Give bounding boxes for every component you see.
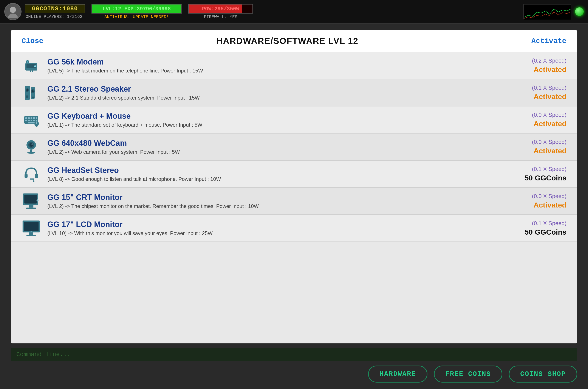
svg-point-47 — [37, 199, 39, 201]
item-description: (LVL 2) -> The chipest monitor on the ma… — [47, 203, 511, 209]
bottom-buttons: HARDWARE FREE COINS COINS SHOP — [11, 366, 577, 383]
svg-point-37 — [27, 152, 35, 154]
coins-shop-button[interactable]: COINS SHOP — [509, 366, 577, 383]
item-description: (LVL 2) -> Web camera for your system. P… — [47, 149, 511, 155]
svg-point-0 — [10, 7, 16, 13]
activate-button[interactable]: Activate — [531, 37, 566, 45]
item-status: Activated — [511, 65, 566, 74]
item-speed: (0.0 X Speed) — [511, 112, 566, 118]
svg-point-52 — [31, 231, 32, 232]
exp-label: LVL:12 EXP:39796/39998 — [103, 6, 171, 12]
keyboard-icon — [22, 111, 41, 128]
command-line-bar — [11, 348, 577, 361]
svg-rect-21 — [31, 117, 32, 119]
item-name: GG 640x480 WebCam — [47, 139, 511, 148]
svg-rect-27 — [33, 120, 35, 121]
svg-point-12 — [27, 89, 28, 91]
list-item[interactable]: GG 17" LCD Monitor(LVL 10) -> With this … — [11, 215, 577, 242]
speaker-icon — [22, 84, 41, 101]
svg-rect-20 — [28, 117, 30, 119]
svg-rect-49 — [24, 222, 38, 231]
svg-rect-45 — [29, 205, 34, 208]
svg-rect-10 — [25, 86, 30, 100]
item-speed: (0.0 X Speed) — [511, 193, 566, 199]
svg-rect-44 — [24, 195, 37, 204]
exp-bar-container: LVL:12 EXP:39796/39998 — [91, 4, 182, 14]
item-status: Activated — [511, 147, 566, 155]
item-status: Activated — [511, 201, 566, 209]
firewall-label: FIREWALL: YES — [188, 14, 253, 19]
antivirus-label: ANTIVIRUS: UPDATE NEEDED! — [91, 14, 182, 19]
item-name: GG 56k Modem — [47, 57, 511, 66]
item-speed: (0.1 X Speed) — [511, 85, 566, 91]
command-line-input[interactable] — [16, 351, 572, 358]
item-info: GG 640x480 WebCam(LVL 2) -> Web camera f… — [47, 139, 511, 155]
webcam-icon — [22, 138, 41, 156]
item-right: (0.0 X Speed)Activated — [511, 139, 566, 155]
svg-rect-2 — [524, 4, 571, 20]
svg-rect-26 — [31, 120, 32, 121]
item-description: (LVL 1) -> The standard set of keyboard … — [47, 122, 511, 128]
item-name: GG 15" CRT Monitor — [47, 193, 511, 202]
item-status[interactable]: 50 GGCoins — [511, 174, 566, 182]
hardware-button[interactable]: HARDWARE — [368, 366, 427, 383]
headset-icon — [22, 165, 41, 183]
hardware-software-panel: Close HARDWARE/SOFTWARE LVL 12 Activate … — [11, 30, 577, 343]
svg-rect-8 — [32, 69, 33, 72]
item-status: Activated — [511, 120, 566, 128]
item-status[interactable]: 50 GGCoins — [511, 228, 566, 236]
exp-section: LVL:12 EXP:39796/39998 ANTIVIRUS: UPDATE… — [91, 4, 182, 19]
item-right: (0.0 X Speed)Activated — [511, 193, 566, 209]
item-right: (0.1 X Speed)50 GGCoins — [511, 220, 566, 236]
list-item[interactable]: GG 2.1 Stereo Speaker(LVL 2) -> 2.1 Stan… — [11, 79, 577, 106]
monitor-lcd-icon — [22, 220, 41, 237]
svg-point-35 — [32, 143, 33, 145]
item-info: GG HeadSet Stereo(LVL 8) -> Good enough … — [47, 166, 511, 182]
item-speed: (0.0 X Speed) — [511, 139, 566, 145]
svg-rect-24 — [25, 120, 27, 121]
item-description: (LVL 10) -> With this monitor you will s… — [47, 230, 511, 236]
item-speed: (0.1 X Speed) — [511, 220, 566, 227]
modal-header: Close HARDWARE/SOFTWARE LVL 12 Activate — [11, 30, 577, 52]
list-item[interactable]: GG 15" CRT Monitor(LVL 2) -> The chipest… — [11, 188, 577, 215]
svg-rect-17 — [32, 97, 34, 98]
item-right: (0.1 X Speed)50 GGCoins — [511, 166, 566, 182]
svg-rect-23 — [36, 117, 37, 119]
top-info: GGCOINS:1080 ONLINE PLAYERS: 1/2162 — [25, 4, 85, 19]
item-info: GG 15" CRT Monitor(LVL 2) -> The chipest… — [47, 193, 511, 209]
svg-rect-39 — [35, 173, 38, 178]
item-description: (LVL 8) -> Good enough to listen and tal… — [47, 176, 511, 182]
svg-rect-13 — [26, 96, 28, 98]
svg-rect-19 — [25, 117, 27, 119]
item-description: (LVL 5) -> The last modem on the telepho… — [47, 68, 511, 74]
top-bar-right — [523, 4, 584, 19]
list-item[interactable]: GG HeadSet Stereo(LVL 8) -> Good enough … — [11, 161, 577, 188]
list-item[interactable]: GG Keyboard + Mouse(LVL 1) -> The standa… — [11, 106, 577, 133]
svg-point-9 — [34, 65, 36, 67]
item-name: GG 2.1 Stereo Speaker — [47, 85, 511, 94]
free-coins-button[interactable]: FREE COINS — [434, 366, 502, 383]
item-right: (0.0 X Speed)Activated — [511, 112, 566, 128]
item-right: (0.2 X Speed)Activated — [511, 57, 566, 74]
item-name: GG Keyboard + Mouse — [47, 112, 511, 121]
svg-rect-38 — [25, 173, 28, 178]
item-right: (0.1 X Speed)Activated — [511, 85, 566, 101]
svg-rect-51 — [27, 235, 36, 236]
mini-chart — [523, 4, 571, 19]
list-item[interactable]: GG 640x480 WebCam(LVL 2) -> Web camera f… — [11, 133, 577, 161]
main-content: Close HARDWARE/SOFTWARE LVL 12 Activate … — [0, 24, 588, 389]
item-info: GG 56k Modem(LVL 5) -> The last modem on… — [47, 57, 511, 74]
item-info: GG 17" LCD Monitor(LVL 10) -> With this … — [47, 220, 511, 236]
avatar — [4, 3, 22, 20]
online-players: ONLINE PLAYERS: 1/2162 — [25, 14, 85, 19]
close-button[interactable]: Close — [22, 37, 43, 45]
svg-rect-7 — [30, 69, 31, 72]
modal-title: HARDWARE/SOFTWARE LVL 12 — [216, 36, 358, 46]
item-info: GG 2.1 Stereo Speaker(LVL 2) -> 2.1 Stan… — [47, 85, 511, 101]
top-bar: GGCOINS:1080 ONLINE PLAYERS: 1/2162 LVL:… — [0, 0, 588, 24]
pow-label: POW:295/350W — [202, 6, 239, 12]
list-item[interactable]: GG 56k Modem(LVL 5) -> The last modem on… — [11, 52, 577, 79]
svg-point-16 — [32, 90, 34, 92]
monitor-crt-icon — [22, 193, 41, 210]
svg-point-1 — [8, 14, 18, 18]
